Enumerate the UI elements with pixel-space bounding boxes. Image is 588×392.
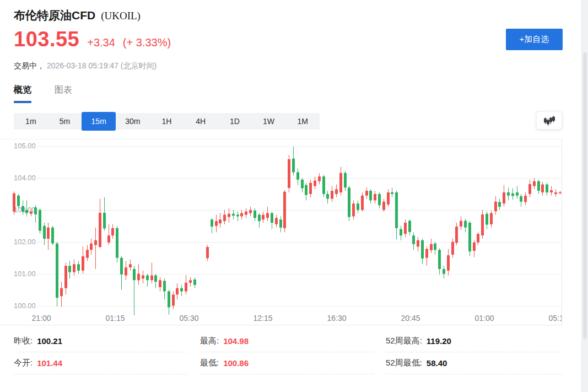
candle (533, 178, 536, 189)
candle (185, 275, 187, 294)
quote-page: 布伦特原油CFD (UKOIL) +加自选 103.55 +3.34 (+ 3.… (0, 0, 588, 392)
candle (352, 200, 355, 219)
candle (481, 210, 484, 239)
stat-value: 100.21 (37, 336, 62, 346)
interval-button-1W[interactable]: 1W (252, 113, 286, 130)
x-axis-label: 20:45 (401, 314, 420, 323)
candle (451, 239, 454, 258)
candle (94, 228, 97, 269)
candle (309, 180, 312, 197)
candle (443, 266, 445, 278)
candle (322, 175, 325, 197)
instrument-name: 布伦特原油CFD (14, 8, 95, 23)
candle (180, 285, 183, 296)
candle (391, 187, 393, 197)
stat-value: 58.40 (427, 358, 447, 368)
interval-button-1M[interactable]: 1M (285, 113, 320, 130)
interval-button-1H[interactable]: 1H (150, 113, 184, 130)
stat-value: 119.20 (427, 336, 451, 346)
candle (103, 197, 106, 231)
candle (468, 221, 471, 256)
candle (412, 232, 415, 250)
candle (150, 262, 153, 283)
candle (382, 199, 385, 212)
candle (541, 182, 544, 196)
candlestick-chart-icon (543, 115, 555, 126)
price-block: 103.55 +3.34 (+ 3.33%) (14, 28, 171, 51)
stat-label: 昨收: (14, 336, 33, 346)
interval-button-4H[interactable]: 4H (184, 113, 218, 130)
stat-value: 100.86 (223, 358, 249, 368)
candle (240, 210, 243, 219)
candle (473, 240, 476, 257)
candle (507, 187, 510, 200)
stat-value: 104.98 (223, 336, 249, 346)
stats-column: 52周最高:119.2052周最低:58.40 (386, 330, 562, 374)
candle (236, 212, 239, 221)
tab-概览[interactable]: 概览 (14, 84, 31, 103)
candle (438, 248, 441, 274)
interval-button-1D[interactable]: 1D (218, 113, 252, 130)
candle (331, 186, 333, 202)
candle (116, 226, 118, 263)
chart-style-button[interactable] (536, 111, 562, 130)
x-axis-label: 16:30 (327, 314, 346, 323)
interval-button-1m[interactable]: 1m (14, 113, 48, 130)
candle (25, 200, 28, 216)
candle (554, 189, 557, 196)
stat-label: 52周最低: (386, 358, 422, 368)
candle (528, 180, 531, 197)
trading-status-row: 交易中， 2026-03-18 05:19:47 (北京时间) (14, 61, 157, 71)
candle (511, 188, 514, 200)
candle (90, 239, 93, 255)
candle (146, 274, 149, 287)
interval-button-30m[interactable]: 30m (116, 113, 150, 130)
candle (546, 183, 548, 196)
scrollbar-thumb[interactable] (583, 52, 587, 339)
interval-button-5m[interactable]: 5m (48, 113, 82, 130)
add-watchlist-button[interactable]: +加自选 (506, 29, 563, 50)
scrollbar[interactable] (581, 0, 588, 392)
candle (430, 239, 433, 253)
stat-label: 今开: (14, 358, 33, 368)
last-price: 103.55 (14, 28, 79, 51)
instrument-symbol: (UKOIL) (101, 10, 141, 22)
x-axis-label: 01:15 (105, 314, 125, 323)
price-change-percent: (+ 3.33%) (123, 36, 171, 49)
candle (494, 196, 497, 215)
candle (408, 219, 411, 235)
candle (21, 200, 24, 214)
x-axis-label: 01:00 (474, 314, 494, 323)
candle (68, 261, 71, 278)
candle (477, 232, 479, 245)
candle (262, 212, 265, 223)
candle (275, 214, 278, 227)
candle (39, 208, 41, 234)
timezone-note: (北京时间) (121, 61, 157, 70)
tab-图表[interactable]: 图表 (55, 84, 72, 103)
price-change: +3.34 (87, 36, 115, 49)
candle (82, 246, 84, 273)
candle (279, 216, 282, 232)
x-axis-label: 12:15 (253, 314, 272, 323)
stat-value: 101.44 (37, 358, 62, 368)
candlestick-chart[interactable]: 105.00104.00103.00102.00101.00100.0021:0… (0, 139, 562, 325)
candle (301, 178, 304, 192)
tab-bar: 概览图表 (14, 84, 72, 103)
page-title: 布伦特原油CFD (UKOIL) (14, 8, 141, 23)
candle (490, 211, 493, 228)
candle (524, 192, 527, 205)
stat-row: 最高:104.98 (200, 330, 374, 352)
candle (464, 219, 467, 232)
candle (296, 169, 299, 185)
candle (99, 199, 101, 249)
candle (125, 261, 127, 280)
candle (77, 261, 80, 273)
candle (520, 194, 522, 207)
candle (56, 242, 58, 307)
candle (142, 271, 144, 283)
candle (421, 239, 424, 264)
interval-button-15m[interactable]: 15m (82, 112, 116, 131)
candle (266, 207, 269, 221)
candle (258, 213, 261, 228)
